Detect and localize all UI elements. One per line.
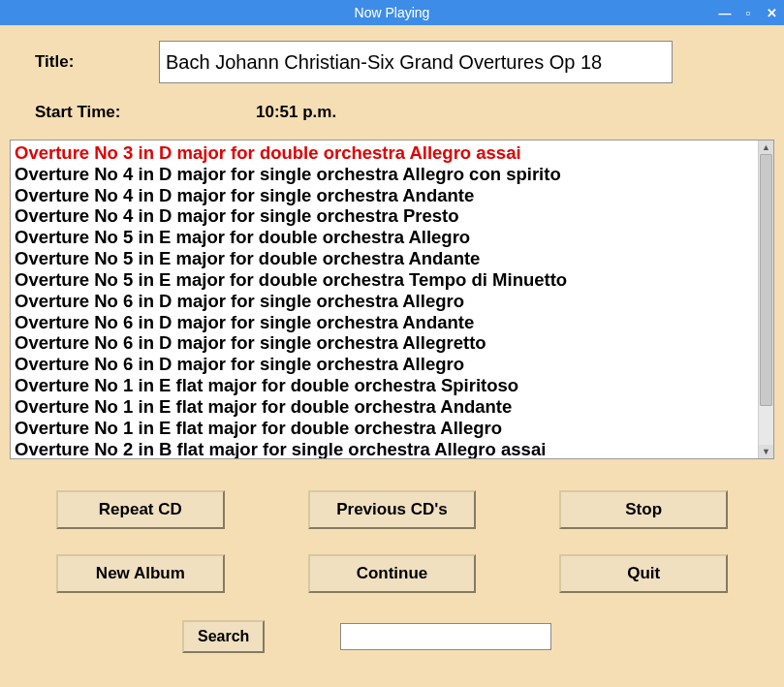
track-item[interactable]: Overture No 5 in E major for double orch… bbox=[13, 227, 756, 248]
search-input[interactable] bbox=[340, 623, 551, 650]
track-item[interactable]: Overture No 4 in D major for single orch… bbox=[13, 164, 756, 185]
scroll-up-icon[interactable]: ▲ bbox=[759, 141, 773, 154]
close-icon[interactable]: ✕ bbox=[765, 6, 778, 19]
start-time-value: 10:51 p.m. bbox=[256, 103, 336, 122]
track-item[interactable]: Overture No 4 in D major for single orch… bbox=[13, 185, 756, 206]
track-item[interactable]: Overture No 4 in D major for single orch… bbox=[13, 205, 756, 227]
repeat-cd-button[interactable]: Repeat CD bbox=[56, 490, 225, 529]
track-item[interactable]: Overture No 1 in E flat major for double… bbox=[13, 375, 756, 396]
track-item[interactable]: Overture No 5 in E major for double orch… bbox=[13, 248, 756, 269]
window-titlebar: Now Playing — ▫ ✕ bbox=[0, 0, 784, 25]
scroll-down-icon[interactable]: ▼ bbox=[759, 445, 773, 458]
track-item[interactable]: Overture No 5 in E major for double orch… bbox=[13, 269, 756, 291]
track-item[interactable]: Overture No 1 in E flat major for double… bbox=[13, 396, 756, 418]
track-item[interactable]: Overture No 3 in D major for double orch… bbox=[13, 142, 756, 164]
window-title: Now Playing bbox=[355, 5, 430, 20]
continue-button[interactable]: Continue bbox=[308, 554, 477, 593]
scroll-thumb[interactable] bbox=[760, 154, 772, 406]
track-item[interactable]: Overture No 1 in E flat major for double… bbox=[13, 418, 756, 439]
previous-cds-button[interactable]: Previous CD's bbox=[308, 490, 477, 529]
title-input[interactable] bbox=[159, 41, 673, 83]
new-album-button[interactable]: New Album bbox=[56, 554, 225, 593]
track-item[interactable]: Overture No 2 in B flat major for single… bbox=[13, 439, 756, 458]
stop-button[interactable]: Stop bbox=[559, 490, 728, 529]
start-time-label: Start Time: bbox=[35, 103, 159, 122]
maximize-icon[interactable]: ▫ bbox=[741, 6, 755, 19]
quit-button[interactable]: Quit bbox=[559, 554, 728, 593]
track-item[interactable]: Overture No 6 in D major for single orch… bbox=[13, 332, 756, 354]
track-item[interactable]: Overture No 6 in D major for single orch… bbox=[13, 291, 756, 312]
track-list: Overture No 3 in D major for double orch… bbox=[10, 140, 774, 459]
search-button[interactable]: Search bbox=[182, 620, 265, 653]
title-label: Title: bbox=[35, 52, 159, 72]
scrollbar[interactable]: ▲ ▼ bbox=[758, 141, 773, 458]
minimize-icon[interactable]: — bbox=[718, 6, 732, 19]
track-item[interactable]: Overture No 6 in D major for single orch… bbox=[13, 312, 756, 333]
track-item[interactable]: Overture No 6 in D major for single orch… bbox=[13, 354, 756, 375]
